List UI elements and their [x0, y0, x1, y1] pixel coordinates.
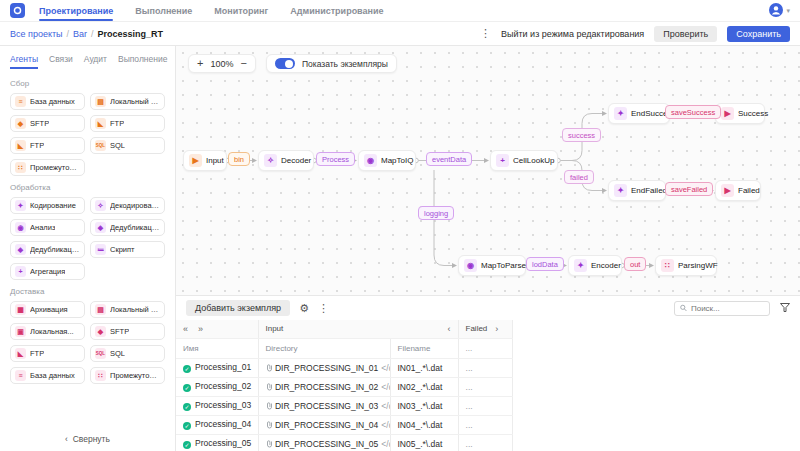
- nav-first-icon[interactable]: «: [183, 324, 188, 334]
- edge-label-loddata[interactable]: lodData: [526, 257, 564, 271]
- collapse-sidebar-button[interactable]: ‹ Свернуть: [0, 434, 175, 444]
- agent-item[interactable]: ▤Локальный файл: [90, 93, 165, 110]
- verify-button[interactable]: Проверить: [654, 26, 717, 42]
- cell-failed: ...: [458, 377, 512, 396]
- canvas-node-input[interactable]: ▶Input: [183, 150, 227, 171]
- agent-item[interactable]: SQLSQL: [90, 137, 165, 154]
- edge-label-savesuccess[interactable]: saveSuccess: [665, 105, 721, 119]
- exit-edit-mode-button[interactable]: Выйти из режима редактирования: [501, 29, 644, 39]
- app-logo-icon[interactable]: [10, 3, 25, 18]
- agent-item[interactable]: ▤Локальный файл: [90, 301, 165, 318]
- edge-label-savefailed[interactable]: saveFailed: [665, 182, 713, 196]
- canvas-node-maptoparser[interactable]: ◉MapToParser: [458, 255, 526, 276]
- agent-item[interactable]: +Агрегация: [10, 263, 85, 280]
- sidebar-tab-1[interactable]: Агенты: [10, 54, 38, 69]
- canvas-node-endfailed[interactable]: ✦EndFailed: [608, 180, 666, 201]
- nav-tab-1[interactable]: Проектирование: [39, 0, 113, 21]
- edge-label-success[interactable]: success: [562, 128, 601, 142]
- status-ok-icon: ✓: [183, 422, 191, 430]
- agent-item[interactable]: ≡База данных: [10, 93, 85, 110]
- chevron-down-icon[interactable]: ▾: [786, 7, 790, 15]
- directory-path: </data/in/04>: [381, 420, 390, 430]
- workflow-canvas[interactable]: + 100% − Показать экземпляры: [176, 46, 800, 295]
- agent-item[interactable]: ◈Дедубликация...: [90, 219, 165, 236]
- canvas-node-parsingwf[interactable]: ∷ParsingWF: [655, 255, 717, 276]
- sidebar-tab-3[interactable]: Аудит: [84, 54, 107, 69]
- edge-label-failed[interactable]: failed: [564, 170, 594, 184]
- edge-label-process[interactable]: Process: [316, 152, 355, 166]
- user-avatar[interactable]: [769, 3, 783, 19]
- node-label: ParsingWF: [678, 261, 718, 270]
- panel-more-options-icon[interactable]: ⋮: [318, 303, 329, 314]
- canvas-node-decoder[interactable]: ✧Decoder: [258, 150, 314, 171]
- decode-icon: ✧: [95, 200, 106, 211]
- table-row[interactable]: ✓Processing_01 DIR_PROCESSING_IN_01</dat…: [176, 358, 512, 377]
- zoom-in-button[interactable]: +: [197, 58, 203, 69]
- agent-item[interactable]: ≔Скрипт: [90, 241, 165, 258]
- edge-label-logging[interactable]: logging: [418, 206, 454, 220]
- directory-path: </data/in/02>: [381, 382, 390, 392]
- save-button[interactable]: Сохранить: [727, 26, 790, 42]
- zoom-out-button[interactable]: −: [240, 58, 246, 69]
- nav-tab-3[interactable]: Мониторинг: [214, 0, 268, 21]
- agent-item[interactable]: ◆SFTP: [10, 115, 85, 132]
- edge-label-bin[interactable]: bin: [228, 152, 250, 166]
- search-input[interactable]: [691, 304, 764, 313]
- agent-item[interactable]: ✧Декодирование: [90, 197, 165, 214]
- show-instances-control: Показать экземпляры: [266, 54, 397, 73]
- cell-name: ✓Processing_03: [176, 396, 258, 415]
- agent-item[interactable]: ▦Архивация: [10, 301, 85, 318]
- agent-item[interactable]: ◣FTP: [10, 345, 85, 362]
- add-instance-button[interactable]: Добавить экземпляр: [186, 300, 290, 316]
- agent-item[interactable]: ✦Кодирование: [10, 197, 85, 214]
- nav-tab-2[interactable]: Выполнение: [135, 0, 192, 21]
- ftp-icon: ◣: [15, 140, 26, 151]
- canvas-node-failed[interactable]: ▶Failed: [715, 180, 761, 201]
- agent-item-label: Кодирование: [30, 201, 76, 210]
- canvas-node-success[interactable]: ▶Success: [715, 103, 765, 124]
- agent-item[interactable]: ▣Локальная...: [10, 323, 85, 340]
- nav-tab-4[interactable]: Администрирование: [290, 0, 383, 21]
- nav-last-icon[interactable]: »: [198, 324, 203, 334]
- show-instances-toggle[interactable]: [275, 58, 295, 69]
- edge-label-out[interactable]: out: [624, 257, 646, 271]
- settings-gear-icon[interactable]: ⚙: [299, 303, 309, 314]
- collapse-input-group-icon[interactable]: ‹: [448, 324, 451, 334]
- expand-failed-group-icon[interactable]: ›: [495, 324, 498, 334]
- canvas-node-celllookup[interactable]: +CellLookUp: [490, 150, 558, 171]
- agent-item[interactable]: ◆SFTP: [90, 323, 165, 340]
- agent-item[interactable]: ◣FTP: [10, 137, 85, 154]
- column-directory: Directory: [258, 338, 390, 358]
- breadcrumb: Все проекты/Bar/Processing_RT: [10, 29, 163, 39]
- canvas-node-endsuccess[interactable]: ✦EndSuccess: [608, 103, 670, 124]
- encoder-icon: ✦: [574, 259, 587, 272]
- breadcrumb-all-projects[interactable]: Все проекты: [10, 29, 63, 39]
- agent-item[interactable]: ◈Дедубликация IDR: [10, 241, 85, 258]
- node-label: Success: [738, 109, 768, 118]
- filter-funnel-icon[interactable]: [780, 303, 790, 314]
- canvas-node-maptoiq[interactable]: ◉MapToIQ: [358, 150, 416, 171]
- breadcrumb-project[interactable]: Bar: [73, 29, 87, 39]
- workflow-icon: ∷: [661, 259, 674, 272]
- agent-item-label: Декодирование: [110, 201, 160, 210]
- local-icon: ▣: [15, 326, 26, 337]
- agent-item[interactable]: ◣FTP: [90, 115, 165, 132]
- canvas-node-encoder[interactable]: ✦Encoder: [568, 255, 622, 276]
- show-instances-label: Показать экземпляры: [302, 59, 388, 69]
- agent-item[interactable]: ◉Анализ: [10, 219, 85, 236]
- agent-item[interactable]: ∷Промежуточный...: [10, 159, 85, 176]
- table-row[interactable]: ✓Processing_05 DIR_PROCESSING_IN_05</dat…: [176, 434, 512, 451]
- agent-item[interactable]: ∷Промежуточный...: [90, 367, 165, 384]
- agent-item[interactable]: SQLSQL: [90, 345, 165, 362]
- edge-label-eventdata[interactable]: eventData: [426, 152, 472, 166]
- table-row[interactable]: ✓Processing_02 DIR_PROCESSING_IN_02</dat…: [176, 377, 512, 396]
- table-row[interactable]: ✓Processing_03 DIR_PROCESSING_IN_03</dat…: [176, 396, 512, 415]
- more-options-icon[interactable]: ⋮: [480, 28, 491, 39]
- sidebar-tab-4[interactable]: Выполнение: [118, 54, 167, 69]
- agent-item[interactable]: ≡База данных: [10, 367, 85, 384]
- agent-item-label: Локальная...: [30, 327, 74, 336]
- sidebar-tab-2[interactable]: Связи: [49, 54, 73, 69]
- status-ok-icon: ✓: [183, 403, 191, 411]
- table-row[interactable]: ✓Processing_04 DIR_PROCESSING_IN_04</dat…: [176, 415, 512, 434]
- attachment-icon: [266, 383, 273, 391]
